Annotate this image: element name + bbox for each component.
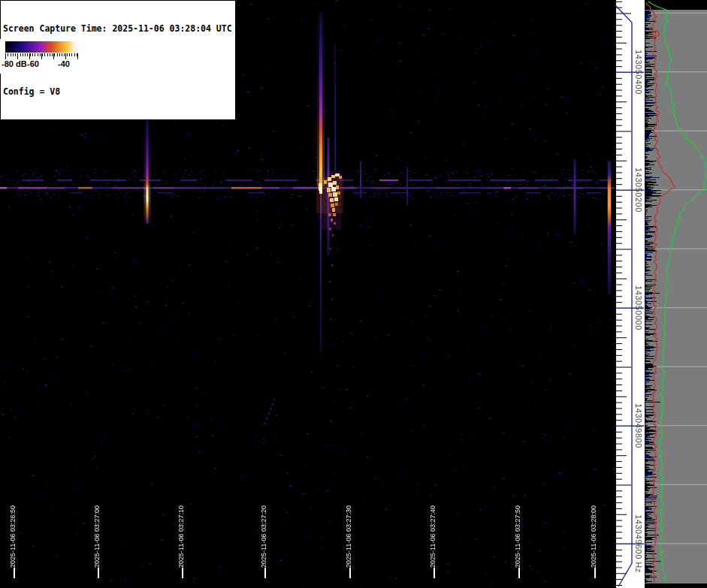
db-label-60: -60 <box>27 59 39 68</box>
time-axis-label-032700: 2025-11-06 03:27:00 <box>93 505 101 568</box>
freq-axis-label-143050400: 143050400 <box>634 50 643 95</box>
time-axis-label-032710: 2025-11-06 03:27:10 <box>177 505 185 568</box>
time-axis-label-032650: 2025-11-06 03:26:50 <box>9 505 17 568</box>
time-axis-label-032800: 2025-11-06 03:28:00 <box>590 505 597 568</box>
capture-time-text: Screen Capture Time: 2025-11-06 03:28:04… <box>3 23 233 34</box>
time-axis-label-032720: 2025-11-06 03:27:20 <box>260 505 267 568</box>
intensity-ruler-ticks <box>5 53 79 59</box>
time-axis-label-032750: 2025-11-06 03:27:50 <box>514 505 521 568</box>
freq-axis-label-143050200: 143050200 <box>634 167 643 213</box>
freq-axis-label-143050000: 143050000 <box>634 285 643 330</box>
db-label-80: -80 dB <box>2 59 27 68</box>
freq-axis-label-143049800: 143049800 <box>634 403 643 448</box>
intensity-gradient-bar <box>5 41 78 53</box>
db-label-40: -40 <box>58 59 70 68</box>
time-axis-label-032730: 2025-11-06 03:27:30 <box>345 505 352 568</box>
freq-axis-label-143049600: 143049600 Hz <box>634 514 643 573</box>
config-text: Config = V8 <box>3 86 233 97</box>
color-scale-legend: -80 dB -60 -40 <box>0 39 85 74</box>
time-axis-label-032740: 2025-11-06 03:27:40 <box>429 505 437 568</box>
spectrum-lab-capture: Screen Capture Time: 2025-11-06 03:28:04… <box>0 0 707 588</box>
